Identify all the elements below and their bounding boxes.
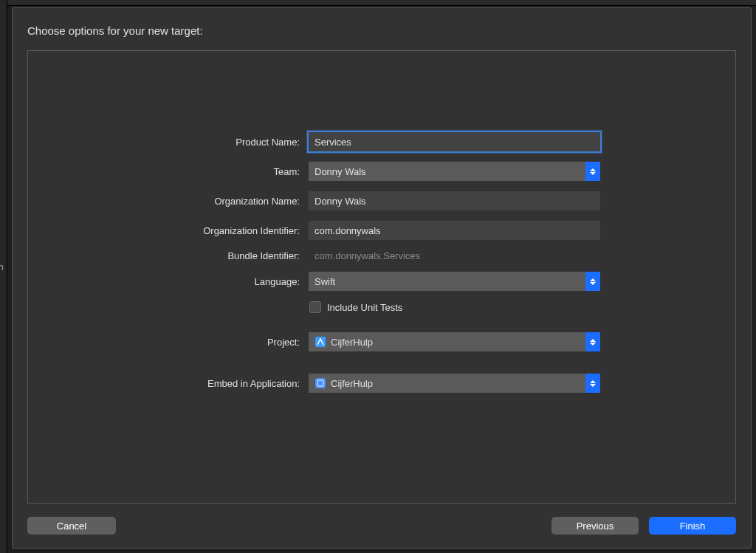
sheet-title: Choose options for your new target: — [27, 24, 736, 37]
embed-row: Embed in Application: CijferHulp — [50, 374, 713, 393]
unit-tests-row: Include Unit Tests — [50, 301, 713, 313]
team-row: Team: Donny Wals — [50, 162, 713, 181]
app-icon — [315, 377, 326, 389]
previous-button[interactable]: Previous — [551, 517, 639, 535]
team-popup[interactable]: Donny Wals — [309, 162, 600, 181]
options-box: Product Name: Team: Donny Wals Organizat… — [27, 50, 736, 504]
bundle-identifier-row: Bundle Identifier: com.donnywals.Service… — [50, 250, 713, 261]
embed-label: Embed in Application: — [50, 378, 309, 389]
org-identifier-row: Organization Identifier: — [50, 221, 713, 240]
language-row: Language: Swift — [50, 272, 713, 291]
button-row: Cancel Previous Finish — [27, 517, 736, 535]
org-identifier-input[interactable] — [309, 221, 600, 240]
project-value: CijferHulp — [331, 337, 373, 348]
window-topbar — [0, 0, 756, 6]
product-name-input[interactable] — [309, 132, 600, 151]
bundle-identifier-value: com.donnywals.Services — [309, 250, 420, 261]
finish-button[interactable]: Finish — [649, 517, 736, 535]
org-name-input[interactable] — [309, 191, 600, 210]
team-value: Donny Wals — [315, 166, 366, 177]
new-target-sheet: Choose options for your new target: Prod… — [12, 7, 752, 549]
product-name-label: Product Name: — [50, 137, 309, 148]
language-label: Language: — [50, 276, 309, 287]
left-edge-letter: n — [0, 262, 4, 272]
project-row: Project: CijferHulp — [50, 332, 713, 351]
embed-value: CijferHulp — [331, 378, 373, 389]
language-popup[interactable]: Swift — [309, 272, 600, 291]
org-name-row: Organization Name: — [50, 191, 713, 210]
updown-arrows-icon — [585, 162, 600, 181]
include-unit-tests-checkbox[interactable] — [309, 301, 321, 313]
product-name-row: Product Name: — [50, 132, 713, 151]
cancel-button[interactable]: Cancel — [27, 517, 116, 535]
project-popup[interactable]: CijferHulp — [309, 332, 600, 351]
include-unit-tests-label: Include Unit Tests — [327, 302, 402, 313]
left-edge-panel: n — [0, 0, 7, 553]
embed-popup[interactable]: CijferHulp — [309, 374, 600, 393]
bundle-identifier-label: Bundle Identifier: — [50, 250, 309, 261]
updown-arrows-icon — [585, 374, 600, 393]
org-name-label: Organization Name: — [50, 196, 309, 207]
language-value: Swift — [315, 276, 335, 287]
org-identifier-label: Organization Identifier: — [50, 225, 309, 236]
project-label: Project: — [50, 337, 309, 348]
updown-arrows-icon — [585, 272, 600, 291]
xcode-project-icon — [315, 336, 326, 348]
svg-rect-1 — [315, 378, 326, 388]
updown-arrows-icon — [585, 332, 600, 351]
team-label: Team: — [50, 166, 309, 177]
